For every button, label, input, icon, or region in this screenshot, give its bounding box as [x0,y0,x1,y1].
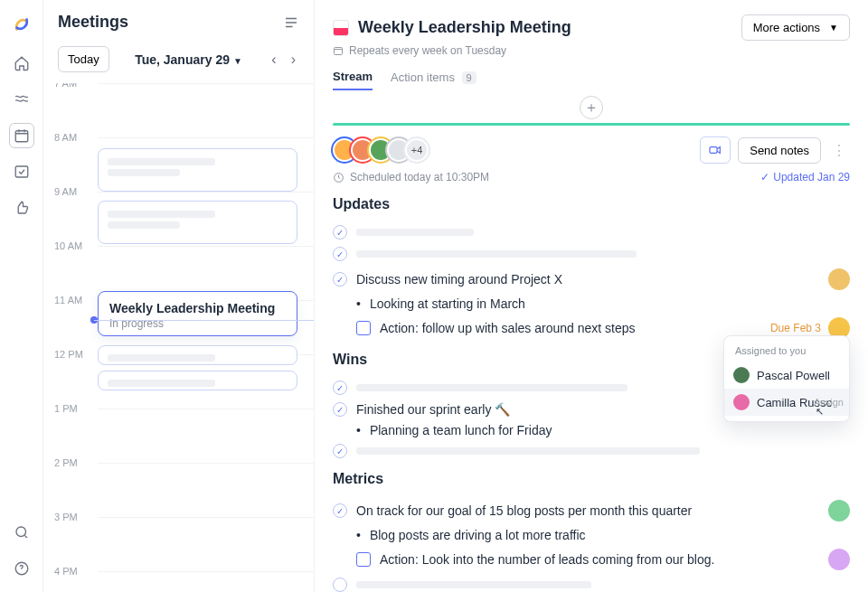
hour-label: 7 AM [54,83,77,89]
tab-action-items[interactable]: Action items 9 [391,70,476,89]
hour-label: 11 AM [54,295,82,305]
day-timeline: 7 AM 8 AM 9 AM 10 AM 11 AM 12 PM 1 PM 2 … [43,83,314,592]
note-item[interactable] [333,243,850,265]
action-text: Action: follow up with sales around next… [380,321,636,335]
checkbox-icon[interactable] [356,321,371,335]
note-text: Finished our sprint early 🔨 [356,402,510,417]
send-notes-button[interactable]: Send notes [738,137,821,164]
check-icon: ✓ [760,171,769,183]
svg-rect-5 [710,147,717,154]
avatar-overflow[interactable]: +4 [405,138,429,162]
prev-day-icon[interactable]: ‹ [268,48,279,71]
note-item[interactable] [333,574,850,592]
note-text: On track for our goal of 15 blog posts p… [356,503,692,518]
repeat-text: Repeats every week on Tuesday [349,44,506,57]
calendar-event-placeholder[interactable] [98,345,297,365]
hour-label: 1 PM [54,403,78,414]
svg-rect-4 [335,48,343,55]
calendar-emoji-icon [333,20,349,36]
section-heading-metrics: Metrics [333,471,850,487]
note-subitem[interactable]: Planning a team lunch for Friday [356,420,850,440]
stream-icon[interactable] [9,87,34,112]
action-items-count: 9 [462,71,476,84]
home-icon[interactable] [9,51,34,76]
assign-popover: Assigned to you Pascal Powell Camilla Ru… [723,335,850,422]
action-text: Action: Look into the number of leads co… [380,552,714,567]
now-line [94,320,314,321]
meeting-title: Weekly Leadership Meeting [358,18,741,37]
assignee-avatar[interactable] [828,268,850,290]
thumbs-icon[interactable] [9,195,34,221]
calendar-event-placeholder[interactable] [98,148,297,192]
clock-icon [333,172,344,183]
attendee-avatars[interactable]: +4 [333,138,429,162]
collapse-sidebar-icon[interactable] [283,14,299,31]
checkbox-icon[interactable] [356,552,371,567]
hour-label: 9 AM [54,186,77,197]
hour-label: 10 AM [54,240,82,251]
check-circle-icon[interactable] [333,225,347,240]
svg-rect-0 [15,131,28,142]
next-day-icon[interactable]: › [288,48,299,71]
updated-text: Updated Jan 29 [773,171,850,183]
hour-label: 3 PM [54,512,78,522]
chevron-down-icon: ▼ [829,23,838,33]
action-item[interactable]: Action: Look into the number of leads co… [356,545,850,574]
hour-label: 4 PM [54,566,78,577]
video-call-icon[interactable] [700,136,731,164]
date-picker[interactable]: Tue, January 29▼ [117,52,261,67]
note-text: Discuss new timing around Project X [356,272,562,287]
add-note-button[interactable]: ＋ [580,96,603,119]
tab-stream[interactable]: Stream [333,70,373,90]
app-logo [12,14,32,34]
note-subitem[interactable]: Blog posts are driving a lot more traffi… [356,525,850,545]
note-subitem[interactable]: Looking at starting in March [356,294,850,314]
more-actions-button[interactable]: More actions ▼ [741,14,850,41]
action-item[interactable]: Action: follow up with sales around next… [356,314,850,343]
calendar-event-placeholder[interactable] [98,371,297,390]
today-button[interactable]: Today [58,46,109,72]
hour-label: 8 AM [54,132,77,143]
note-item[interactable] [333,440,850,462]
search-icon[interactable] [9,520,34,545]
check-circle-icon[interactable] [333,444,347,458]
check-circle-icon[interactable] [333,247,347,261]
avatar [733,394,750,410]
meeting-panel: Weekly Leadership Meeting More actions ▼… [315,0,868,592]
assignee-avatar[interactable] [828,549,850,570]
check-circle-icon[interactable] [333,402,347,417]
check-circle-icon[interactable] [333,381,347,395]
event-title: Weekly Leadership Meeting [109,301,286,315]
tasks-icon[interactable] [9,159,34,184]
check-circle-icon[interactable] [333,272,347,287]
check-circle-icon[interactable] [333,578,347,592]
help-icon[interactable] [9,556,34,581]
repeat-icon [333,45,344,56]
note-item[interactable] [333,221,850,243]
calendar-event-current[interactable]: Weekly Leadership Meeting In progress [98,291,297,336]
sidebar-title: Meetings [58,13,128,32]
assignee-avatar[interactable] [828,500,850,522]
avatar [733,367,750,383]
due-date[interactable]: Due Feb 3 [770,322,821,334]
cursor-icon: ↖ [816,406,824,418]
calendar-event-placeholder[interactable] [98,201,297,244]
assign-option[interactable]: Pascal Powell [724,362,849,389]
svg-rect-1 [15,166,28,177]
kebab-menu-icon[interactable]: ⋮ [828,138,850,163]
hour-label: 12 PM [54,349,83,360]
chevron-down-icon: ▼ [233,56,242,66]
popover-header: Assigned to you [724,342,849,362]
hour-label: 2 PM [54,457,78,468]
note-item[interactable]: On track for our goal of 15 blog posts p… [333,496,850,525]
icon-rail [0,0,43,592]
section-heading-updates: Updates [333,196,850,212]
check-circle-icon[interactable] [333,503,347,518]
scheduled-text: Scheduled today at 10:30PM [350,171,489,183]
assign-option[interactable]: Camilla Russo Assign ↖ [724,389,849,416]
svg-point-2 [16,527,26,537]
note-item[interactable]: Discuss new timing around Project X [333,265,850,294]
calendar-icon[interactable] [9,123,34,148]
panel-accent-rule [333,123,850,126]
calendar-sidebar: Meetings Today Tue, January 29▼ ‹ › 7 AM… [43,0,315,592]
